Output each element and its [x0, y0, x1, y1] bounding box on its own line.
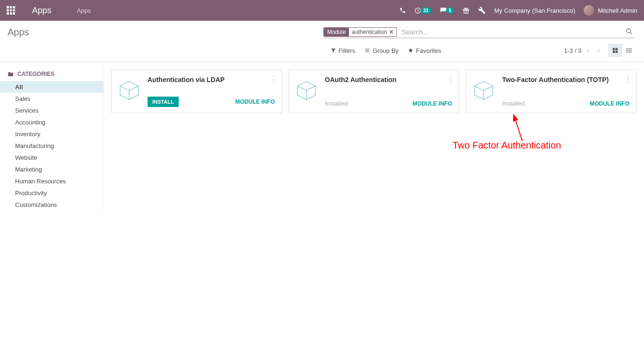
page-title: Apps [8, 27, 29, 38]
pager-text: 1-3 / 3 [564, 47, 581, 54]
svg-rect-9 [616, 48, 618, 50]
view-list-button[interactable] [622, 44, 636, 57]
messages-badge: 5 [446, 8, 454, 14]
topbar: Apps Apps 33 5 My Company (San Francisco… [0, 0, 644, 21]
facet-remove-icon[interactable]: ✕ [389, 29, 394, 35]
messages-icon[interactable]: 5 [440, 7, 454, 14]
company-selector[interactable]: My Company (San Francisco) [494, 7, 575, 14]
view-kanban-button[interactable] [608, 44, 622, 57]
user-menu[interactable]: Mitchell Admin [584, 5, 637, 16]
facet-value: authentication [352, 29, 387, 35]
svg-point-17 [627, 52, 627, 52]
sidebar-item-accounting[interactable]: Accounting [0, 116, 103, 128]
filters-button[interactable]: Filters [330, 47, 355, 54]
gift-icon[interactable] [462, 7, 470, 14]
pager-prev-icon[interactable]: ‹ [585, 46, 591, 55]
pager: 1-3 / 3 ‹ › [564, 46, 602, 55]
svg-marker-18 [120, 82, 138, 90]
module-card[interactable]: ⋮ OAuth2 Authentication Installed MODULE… [289, 70, 459, 113]
card-menu-icon[interactable]: ⋮ [624, 75, 631, 84]
user-name: Mitchell Admin [598, 7, 637, 14]
sidebar-item-sales[interactable]: Sales [0, 93, 103, 105]
control-panel: Apps Module authentication ✕ Filters [0, 21, 644, 62]
facet-category: Module [324, 28, 349, 36]
search-input[interactable] [400, 26, 624, 38]
favorites-button[interactable]: Favorites [408, 47, 441, 54]
module-card[interactable]: ⋮ Two-Factor Authentication (TOTP) Insta… [466, 70, 636, 113]
sidebar-item-all[interactable]: All [0, 81, 103, 93]
sidebar-header: CATEGORIES [0, 71, 103, 81]
card-menu-icon[interactable]: ⋮ [447, 75, 454, 84]
svg-marker-19 [297, 82, 315, 90]
kanban-view: ⋮ Authentication via LDAP INSTALL MODULE… [104, 62, 644, 211]
module-cube-icon [117, 79, 141, 102]
app-brand[interactable]: Apps [32, 6, 51, 16]
search-icon[interactable] [624, 28, 635, 36]
installed-label: Installed [502, 100, 525, 107]
svg-rect-8 [613, 48, 615, 50]
module-cube-icon [472, 79, 495, 102]
module-info-link[interactable]: MODULE INFO [413, 100, 452, 107]
module-cube-icon [295, 79, 318, 102]
svg-point-16 [627, 50, 627, 50]
module-info-link[interactable]: MODULE INFO [590, 100, 629, 107]
sidebar-item-customizations[interactable]: Customizations [0, 199, 103, 211]
sidebar-item-website[interactable]: Website [0, 152, 103, 164]
sidebar-item-manufacturing[interactable]: Manufacturing [0, 140, 103, 152]
pager-next-icon[interactable]: › [595, 46, 602, 55]
search-bar[interactable]: Module authentication ✕ [323, 26, 635, 38]
svg-point-3 [627, 29, 631, 33]
install-button[interactable]: INSTALL [148, 97, 179, 107]
folder-icon [8, 71, 14, 77]
sidebar-item-human-resources[interactable]: Human Resources [0, 175, 103, 187]
sidebar: CATEGORIES AllSalesServicesAccountingInv… [0, 62, 104, 211]
sidebar-item-inventory[interactable]: Inventory [0, 128, 103, 140]
svg-point-15 [627, 49, 627, 49]
module-info-link[interactable]: MODULE INFO [235, 99, 275, 105]
search-facet: Module authentication ✕ [323, 27, 397, 37]
module-title: OAuth2 Authentication [325, 76, 452, 83]
sidebar-item-marketing[interactable]: Marketing [0, 164, 103, 175]
sidebar-item-services[interactable]: Services [0, 105, 103, 116]
activity-icon[interactable]: 33 [414, 7, 431, 14]
groupby-button[interactable]: Group By [364, 47, 398, 54]
installed-label: Installed [325, 100, 347, 107]
apps-menu-icon[interactable] [7, 6, 15, 15]
breadcrumb[interactable]: Apps [77, 7, 91, 14]
svg-line-4 [630, 32, 632, 34]
module-title: Two-Factor Authentication (TOTP) [502, 76, 629, 83]
debug-icon[interactable] [478, 7, 486, 14]
main-view: CATEGORIES AllSalesServicesAccountingInv… [0, 62, 644, 211]
svg-rect-10 [613, 51, 615, 53]
svg-marker-20 [475, 82, 493, 90]
activity-badge: 33 [421, 8, 431, 14]
avatar-icon [584, 5, 594, 16]
svg-rect-11 [616, 51, 618, 53]
sidebar-item-productivity[interactable]: Productivity [0, 187, 103, 199]
phone-icon[interactable] [399, 7, 406, 14]
module-title: Authentication via LDAP [148, 76, 275, 83]
card-menu-icon[interactable]: ⋮ [270, 75, 277, 84]
module-card[interactable]: ⋮ Authentication via LDAP INSTALL MODULE… [111, 70, 282, 113]
